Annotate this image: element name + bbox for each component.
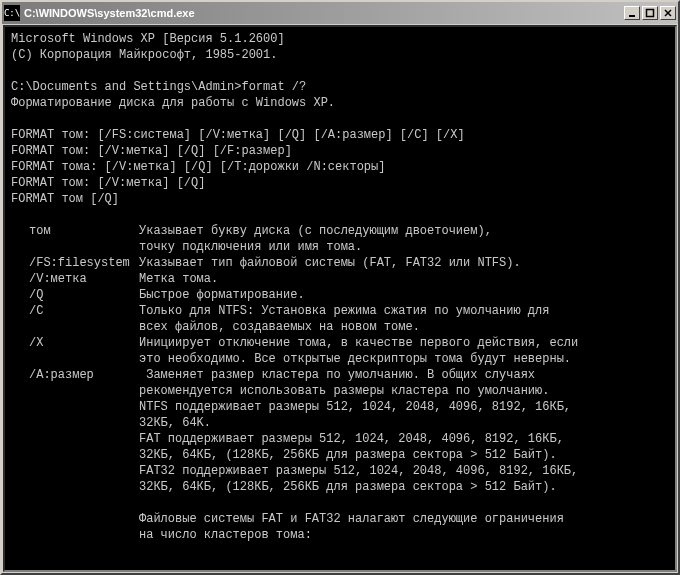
option-desc: 32КБ, 64КБ, (128КБ, 256КБ для размера се… (139, 447, 669, 463)
app-icon-glyph: C:\ (4, 8, 20, 18)
syntax-line: FORMAT тома: [/V:метка] [/Q] [/T:дорожки… (11, 159, 669, 175)
option-desc: Быстрое форматирование. (139, 287, 669, 303)
option-key: /X (11, 335, 139, 351)
footer-line: Файловые системы FAT и FAT32 налагают сл… (11, 511, 669, 527)
option-key (11, 383, 139, 399)
option-key (11, 479, 139, 495)
option-key: /C (11, 303, 139, 319)
header-line: (С) Корпорация Майкрософт, 1985-2001. (11, 47, 669, 63)
option-desc: Только для NTFS: Установка режима сжатия… (139, 303, 669, 319)
option-desc: NTFS поддерживает размеры 512, 1024, 204… (139, 399, 669, 415)
header-line: Microsoft Windows XP [Версия 5.1.2600] (11, 31, 669, 47)
maximize-button[interactable] (642, 6, 658, 20)
option-key: /FS:filesystem (11, 255, 139, 271)
option-key (11, 399, 139, 415)
option-key (11, 431, 139, 447)
option-key: /V:метка (11, 271, 139, 287)
option-desc: Метка тома. (139, 271, 669, 287)
minimize-button[interactable] (624, 6, 640, 20)
option-key: том (11, 223, 139, 239)
prompt-line: C:\Documents and Settings\Admin>format /… (11, 79, 669, 95)
option-desc: Указывает тип файловой системы (FAT, FAT… (139, 255, 669, 271)
close-button[interactable] (660, 6, 676, 20)
option-key: /A:размер (11, 367, 139, 383)
app-icon: C:\ (4, 5, 20, 21)
option-desc: 32КБ, 64КБ, (128КБ, 256КБ для размера се… (139, 479, 669, 495)
syntax-line: FORMAT том: [/FS:система] [/V:метка] [/Q… (11, 127, 669, 143)
header-line (11, 63, 669, 79)
option-row: /FS:filesystemУказывает тип файловой сис… (11, 255, 669, 271)
console-output[interactable]: Microsoft Windows XP [Версия 5.1.2600](С… (3, 25, 677, 572)
option-desc: 32КБ, 64K. (139, 415, 669, 431)
option-row: 32КБ, 64КБ, (128КБ, 256КБ для размера се… (11, 447, 669, 463)
option-row: /V:меткаМетка тома. (11, 271, 669, 287)
option-desc: Указывает букву диска (с последующим дво… (139, 223, 669, 239)
option-key (11, 463, 139, 479)
cmd-window: C:\ C:\WINDOWS\system32\cmd.exe Microsof… (0, 0, 680, 575)
option-row: FAT32 поддерживает размеры 512, 1024, 20… (11, 463, 669, 479)
footer-line (11, 495, 669, 511)
option-key (11, 319, 139, 335)
option-key (11, 415, 139, 431)
option-key (11, 351, 139, 367)
window-title: C:\WINDOWS\system32\cmd.exe (24, 7, 620, 19)
option-row: это необходимо. Все открытые дескрипторы… (11, 351, 669, 367)
option-row: точку подключения или имя тома. (11, 239, 669, 255)
syntax-line: FORMAT том [/Q] (11, 191, 669, 207)
svg-rect-1 (647, 10, 654, 17)
titlebar[interactable]: C:\ C:\WINDOWS\system32\cmd.exe (2, 2, 678, 24)
option-desc: Заменяет размер кластера по умолчанию. В… (139, 367, 669, 383)
option-row: 32КБ, 64КБ, (128КБ, 256КБ для размера се… (11, 479, 669, 495)
option-key (11, 239, 139, 255)
option-row: FAT поддерживает размеры 512, 1024, 2048… (11, 431, 669, 447)
option-row: рекомендуется использовать размеры класт… (11, 383, 669, 399)
option-key (11, 447, 139, 463)
option-desc: FAT поддерживает размеры 512, 1024, 2048… (139, 431, 669, 447)
window-controls (624, 6, 676, 20)
option-row: /A:размер Заменяет размер кластера по ум… (11, 367, 669, 383)
option-row: NTFS поддерживает размеры 512, 1024, 204… (11, 399, 669, 415)
option-key: /Q (11, 287, 139, 303)
option-desc: Инициирует отключение тома, в качестве п… (139, 335, 669, 351)
description-line: Форматирование диска для работы с Window… (11, 95, 669, 111)
option-desc: всех файлов, создаваемых на новом томе. (139, 319, 669, 335)
option-row: /CТолько для NTFS: Установка режима сжат… (11, 303, 669, 319)
blank-line (11, 111, 669, 127)
option-desc: это необходимо. Все открытые дескрипторы… (139, 351, 669, 367)
blank-line (11, 207, 669, 223)
option-row: томУказывает букву диска (с последующим … (11, 223, 669, 239)
syntax-line: FORMAT том: [/V:метка] [/Q] [/F:размер] (11, 143, 669, 159)
option-desc: рекомендуется использовать размеры класт… (139, 383, 669, 399)
option-desc: FAT32 поддерживает размеры 512, 1024, 20… (139, 463, 669, 479)
footer-line: на число кластеров тома: (11, 527, 669, 543)
option-row: всех файлов, создаваемых на новом томе. (11, 319, 669, 335)
option-row: 32КБ, 64K. (11, 415, 669, 431)
option-row: /QБыстрое форматирование. (11, 287, 669, 303)
option-row: /XИнициирует отключение тома, в качестве… (11, 335, 669, 351)
option-desc: точку подключения или имя тома. (139, 239, 669, 255)
syntax-line: FORMAT том: [/V:метка] [/Q] (11, 175, 669, 191)
